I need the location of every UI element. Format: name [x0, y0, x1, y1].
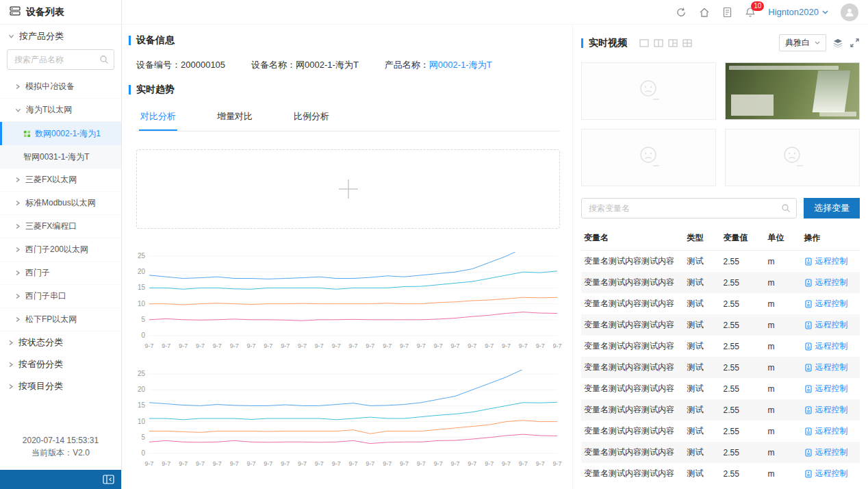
home-icon[interactable] [699, 7, 710, 18]
svg-text:10: 10 [138, 418, 146, 425]
col-header-3: 单位 [765, 227, 802, 251]
sidebar-header: 设备列表 [0, 0, 121, 25]
product-name-link[interactable]: 网0002-1-海为T [429, 60, 492, 70]
video-cell-empty-2[interactable] [581, 129, 716, 186]
svg-text:5: 5 [141, 316, 145, 323]
variables-table-head: 变量名类型变量值单位操作 [581, 227, 860, 251]
remote-control-link[interactable]: 远程控制 [804, 468, 858, 479]
col-header-1: 类型 [685, 227, 721, 251]
svg-text:9-7: 9-7 [417, 460, 426, 467]
tree-device-1-0[interactable]: 数网0002-1-海为1 [0, 122, 121, 145]
tree-item-7[interactable]: 西门子串口 [0, 285, 121, 308]
layout-single-icon[interactable] [639, 39, 649, 47]
svg-text:9-7: 9-7 [366, 342, 374, 349]
remote-control-link[interactable]: 远程控制 [804, 319, 858, 331]
svg-text:9-7: 9-7 [519, 460, 528, 467]
layout-two-pane-icon[interactable] [654, 39, 663, 47]
video-cell-live[interactable] [725, 62, 860, 120]
svg-text:9-7: 9-7 [196, 460, 205, 467]
layout-three-pane-icon[interactable] [668, 39, 678, 47]
group-by-product[interactable]: 按产品分类 [0, 25, 121, 48]
remote-control-link[interactable]: 远程控制 [804, 255, 858, 267]
remote-control-link[interactable]: 远程控制 [804, 447, 858, 458]
tab-2[interactable]: 比例分析 [292, 104, 331, 131]
remote-control-link[interactable]: 远程控制 [804, 298, 858, 310]
col-header-2: 变量值 [720, 227, 765, 251]
video-cell-empty-0[interactable] [581, 62, 716, 120]
notifications-button[interactable]: 10 [745, 7, 756, 18]
center-panel: 设备信息 设备编号：200000105 设备名称：网0002-1-海为T 产品名… [122, 25, 572, 489]
svg-text:5: 5 [141, 434, 145, 441]
cell-name: 变量名测试内容测试内容 [581, 314, 685, 336]
group-label: 按产品分类 [19, 30, 64, 42]
collapse-sidebar-icon[interactable] [103, 475, 114, 484]
line-chart-1: 05101520259-79-79-79-79-79-79-79-79-79-7… [130, 252, 563, 353]
tree-item-label: 西门子串口 [25, 290, 66, 302]
remote-control-icon [804, 470, 813, 478]
table-row: 变量名测试内容测试内容测试2.55m远程控制 [581, 336, 860, 357]
tree-item-5[interactable]: 西门子200以太网 [0, 238, 121, 262]
svg-text:15: 15 [138, 284, 146, 291]
table-row: 变量名测试内容测试内容测试2.55m远程控制 [581, 378, 860, 399]
col-header-4: 操作 [802, 227, 860, 251]
refresh-icon[interactable] [676, 7, 687, 18]
remote-control-link[interactable]: 远程控制 [804, 383, 858, 394]
tree-item-label: 标准Modbus以太网 [25, 197, 96, 209]
cell-value: 2.55 [720, 293, 765, 314]
tab-0[interactable]: 对比分析 [139, 104, 177, 131]
remote-control-icon [804, 279, 813, 287]
svg-text:9-7: 9-7 [485, 342, 494, 349]
remote-control-icon [804, 449, 813, 457]
theme-select[interactable]: 典雅白 [779, 34, 826, 51]
group-0[interactable]: 按状态分类 [0, 331, 121, 353]
add-chart-placeholder[interactable] [136, 149, 560, 229]
svg-text:9-7: 9-7 [196, 342, 205, 349]
remote-control-link[interactable]: 远程控制 [804, 340, 858, 352]
layout-grid-icon[interactable] [682, 39, 692, 47]
layers-icon[interactable] [832, 38, 843, 49]
group-1[interactable]: 按省份分类 [0, 353, 121, 375]
chevron-right-icon [15, 223, 21, 229]
svg-text:25: 25 [138, 370, 146, 377]
tree-item-0[interactable]: 模拟中冶设备 [0, 75, 121, 99]
select-variable-button[interactable]: 选择变量 [804, 198, 860, 218]
remote-control-link[interactable]: 远程控制 [804, 425, 858, 437]
avatar[interactable] [841, 3, 858, 21]
table-row: 变量名测试内容测试内容测试2.55m远程控制 [581, 357, 860, 378]
tree-device-1-1[interactable]: 智网0031-1-海为T [0, 145, 121, 168]
svg-text:9-7: 9-7 [298, 460, 307, 467]
cell-unit: m [765, 272, 802, 293]
user-menu[interactable]: Hignton2020 [768, 7, 828, 17]
variable-search-row: 选择变量 [581, 198, 860, 218]
remote-control-link[interactable]: 远程控制 [804, 362, 858, 373]
tree-item-4[interactable]: 三菱FX编程口 [0, 215, 121, 238]
product-search-input[interactable] [7, 49, 114, 70]
cell-name: 变量名测试内容测试内容 [581, 421, 685, 442]
caret-down-icon [822, 10, 828, 14]
tree-item-8[interactable]: 松下FP以太网 [0, 308, 121, 331]
tree-children: 数网0002-1-海为1智网0031-1-海为T [0, 122, 121, 168]
video-cell-empty-3[interactable] [725, 129, 860, 186]
tree-item-6[interactable]: 西门子 [0, 262, 121, 285]
svg-text:9-7: 9-7 [281, 342, 290, 349]
fullscreen-icon[interactable] [850, 38, 860, 48]
search-icon[interactable] [99, 55, 109, 64]
username: Hignton2020 [768, 7, 819, 17]
tree-item-2[interactable]: 三菱FX以太网 [0, 168, 121, 192]
document-icon[interactable] [722, 7, 732, 18]
chevron-right-icon [15, 177, 21, 183]
tab-1[interactable]: 增量对比 [216, 104, 254, 131]
search-icon[interactable] [781, 203, 791, 213]
tree-item-1[interactable]: 海为T以太网 [0, 99, 121, 122]
remote-control-link[interactable]: 远程控制 [804, 277, 858, 288]
remote-control-icon [804, 300, 813, 308]
group-2[interactable]: 按项目分类 [0, 375, 121, 397]
svg-text:20: 20 [138, 268, 146, 275]
table-row: 变量名测试内容测试内容测试2.55m远程控制 [581, 251, 860, 273]
right-panel: 实时视频 典雅白 [572, 25, 868, 489]
variable-search-input[interactable] [581, 198, 797, 218]
svg-text:9-7: 9-7 [213, 460, 222, 467]
remote-control-icon [804, 427, 813, 436]
tree-item-3[interactable]: 标准Modbus以太网 [0, 192, 121, 215]
remote-control-link[interactable]: 远程控制 [804, 404, 858, 416]
